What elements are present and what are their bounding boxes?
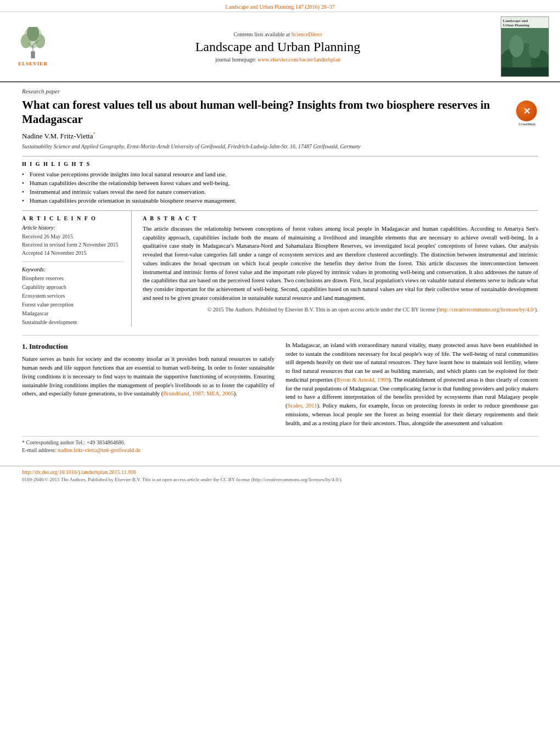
elsevier-brand-text: ELSEVIER	[18, 61, 48, 66]
elsevier-logo: ELSEVIER	[11, 27, 55, 66]
journal-citation-link[interactable]: Landscape and Urban Planning 147 (2016) …	[225, 4, 334, 10]
cover-image-area	[501, 28, 548, 76]
svg-rect-0	[31, 51, 35, 58]
article-title: What can forest values tell us about hum…	[22, 98, 511, 127]
keywords-label: Keywords:	[22, 266, 124, 272]
abstract-license: © 2015 The Authors. Published by Elsevie…	[143, 305, 538, 314]
journal-title-center: Contents lists available at ScienceDirec…	[60, 31, 495, 63]
keyword-6: Sustainable development	[22, 318, 124, 327]
intro-title: 1. Introduction	[22, 341, 275, 352]
doi-line: http://dx.doi.org/10.1016/j.landurbplan.…	[22, 469, 538, 475]
keyword-5: Madagascar	[22, 309, 124, 318]
ref-byron[interactable]: Byron & Arnold, 1999	[336, 377, 389, 383]
ref-scales[interactable]: Scales, 2011	[288, 403, 317, 409]
journal-homepage-text: journal homepage: www.elsevier.com/locat…	[60, 57, 495, 63]
article-info-label: A R T I C L E I N F O	[22, 215, 124, 221]
abstract-text: The article discusses the relationship b…	[143, 225, 538, 314]
article-info-abstract-section: A R T I C L E I N F O Article history: R…	[22, 210, 538, 327]
cover-title-text: Landscape and Urban Planning	[501, 17, 548, 28]
received-revised-date: Received in revised form 2 November 2015	[22, 241, 124, 249]
highlights-divider	[22, 156, 538, 157]
keywords-section: Keywords: Biosphere reserves Capability …	[22, 266, 124, 327]
crossmark-icon: ✕	[516, 101, 537, 121]
history-label: Article history:	[22, 225, 124, 231]
highlight-item-3: Instrumental and intrinsic values reveal…	[22, 187, 538, 196]
page-wrapper: Landscape and Urban Planning 147 (2016) …	[0, 0, 560, 485]
crossmark-badge[interactable]: ✕ CrossMark	[516, 101, 538, 122]
article-title-row: What can forest values tell us about hum…	[22, 98, 538, 127]
article-body: Research paper What can forest values te…	[0, 82, 560, 460]
footnote-corresponding: * Corresponding author Tel.: +49 3834864…	[22, 439, 538, 445]
highlights-label: H I G H L I G H T S	[22, 161, 538, 167]
affiliation: Sustainability Science and Applied Geogr…	[22, 143, 538, 150]
abstract-col: A B S T R A C T The article discusses th…	[143, 211, 538, 327]
svg-point-13	[509, 35, 523, 57]
ref-brundtland[interactable]: Brundtland, 1987; MEA, 2005	[163, 390, 234, 397]
author-sup: *	[93, 131, 96, 137]
footnote-email: E-mail address: nadine.fritz-vietta@uni-…	[22, 447, 538, 453]
journal-cover-image: Landscape and Urban Planning	[501, 16, 549, 77]
highlight-item-4: Human capabilities provide orientation i…	[22, 196, 538, 205]
highlight-item-2: Human capabilities describe the relation…	[22, 178, 538, 187]
license-link[interactable]: http://creativecommons.org/licenses/by/4…	[439, 306, 535, 313]
intro-text-left: Nature serves as basis for society and t…	[22, 355, 275, 398]
keyword-4: Forest value perception	[22, 300, 124, 309]
article-info-col: A R T I C L E I N F O Article history: R…	[22, 211, 132, 327]
elsevier-tree-icon	[16, 27, 49, 60]
introduction-section: 1. Introduction Nature serves as basis f…	[22, 335, 538, 431]
svg-point-14	[529, 40, 541, 58]
keyword-1: Biosphere reserves	[22, 274, 124, 283]
intro-two-col: 1. Introduction Nature serves as basis f…	[22, 341, 538, 431]
highlight-item-1: Forest value perceptions provide insight…	[22, 170, 538, 178]
crossmark-label: CrossMark	[516, 122, 538, 126]
keyword-3: Ecosystem services	[22, 292, 124, 300]
article-type: Research paper	[22, 88, 538, 94]
doi-link[interactable]: http://dx.doi.org/10.1016/j.landurbplan.…	[22, 469, 136, 475]
abstract-label: A B S T R A C T	[143, 215, 538, 221]
journal-homepage-link[interactable]: www.elsevier.com/locate/landurbplan	[257, 57, 340, 63]
journal-main-title: Landscape and Urban Planning	[60, 40, 495, 54]
journal-header: ELSEVIER Contents lists available at Sci…	[0, 12, 560, 82]
svg-rect-12	[501, 67, 548, 76]
footnote-email-link[interactable]: nadine.fritz-vietta@uni-greifswald.de	[58, 447, 141, 453]
contents-available-text: Contents lists available at ScienceDirec…	[60, 31, 495, 37]
received-date: Received 26 May 2015	[22, 232, 124, 241]
history-section: Article history: Received 26 May 2015 Re…	[22, 225, 124, 262]
footnotes-area: * Corresponding author Tel.: +49 3834864…	[22, 436, 538, 453]
intro-text-right: In Madagascar, an island with extraordin…	[285, 341, 538, 428]
intro-right-col: In Madagascar, an island with extraordin…	[285, 341, 538, 431]
intro-left-col: 1. Introduction Nature serves as basis f…	[22, 341, 275, 431]
keyword-2: Capability approach	[22, 283, 124, 292]
bottom-bar: http://dx.doi.org/10.1016/j.landurbplan.…	[0, 466, 560, 485]
issn-license-line: 0169-2046/© 2015 The Authors. Published …	[22, 477, 538, 482]
author-name: Nadine V.M. Fritz-Vietta*	[22, 131, 538, 141]
sciencedirect-link[interactable]: ScienceDirect	[291, 31, 322, 37]
accepted-date: Accepted 14 November 2015	[22, 249, 124, 257]
top-citation-bar: Landscape and Urban Planning 147 (2016) …	[0, 0, 560, 12]
highlights-list: Forest value perceptions provide insight…	[22, 170, 538, 205]
